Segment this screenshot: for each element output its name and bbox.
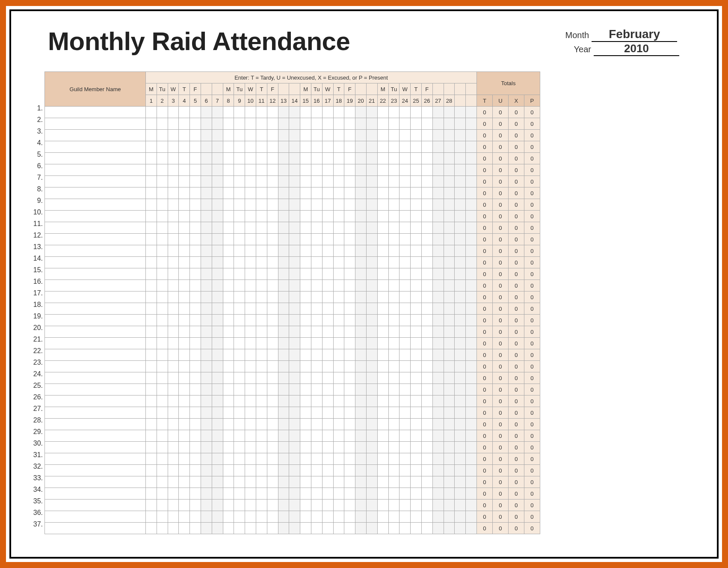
attendance-cell[interactable]: [289, 118, 300, 130]
attendance-cell[interactable]: [157, 268, 168, 280]
attendance-cell[interactable]: [168, 372, 179, 384]
attendance-cell[interactable]: [466, 141, 477, 153]
attendance-cell[interactable]: [411, 511, 422, 523]
attendance-cell[interactable]: [223, 465, 234, 476]
attendance-cell[interactable]: [300, 153, 311, 164]
attendance-cell[interactable]: [234, 245, 245, 257]
attendance-cell[interactable]: [466, 268, 477, 280]
attendance-cell[interactable]: [432, 419, 444, 430]
attendance-cell[interactable]: [377, 291, 388, 303]
attendance-cell[interactable]: [444, 407, 455, 419]
attendance-cell[interactable]: [388, 211, 400, 222]
attendance-cell[interactable]: [355, 268, 367, 280]
attendance-cell[interactable]: [377, 118, 388, 130]
attendance-cell[interactable]: [400, 234, 411, 245]
attendance-cell[interactable]: [411, 176, 422, 187]
attendance-cell[interactable]: [432, 164, 444, 176]
attendance-cell[interactable]: [355, 430, 367, 442]
attendance-cell[interactable]: [333, 303, 344, 315]
attendance-cell[interactable]: [411, 372, 422, 384]
attendance-cell[interactable]: [168, 338, 179, 349]
member-name-cell[interactable]: [45, 349, 146, 361]
attendance-cell[interactable]: [333, 199, 344, 211]
attendance-cell[interactable]: [223, 407, 234, 419]
attendance-cell[interactable]: [234, 176, 245, 187]
attendance-cell[interactable]: [157, 280, 168, 291]
member-name-cell[interactable]: [45, 372, 146, 384]
attendance-cell[interactable]: [245, 130, 256, 141]
attendance-cell[interactable]: [190, 465, 201, 476]
attendance-cell[interactable]: [355, 465, 367, 476]
attendance-cell[interactable]: [168, 303, 179, 315]
attendance-cell[interactable]: [322, 442, 333, 453]
attendance-cell[interactable]: [377, 130, 388, 141]
attendance-cell[interactable]: [421, 407, 432, 419]
attendance-cell[interactable]: [344, 164, 355, 176]
attendance-cell[interactable]: [223, 488, 234, 500]
attendance-cell[interactable]: [146, 500, 157, 511]
attendance-cell[interactable]: [300, 523, 311, 534]
attendance-cell[interactable]: [278, 419, 289, 430]
attendance-cell[interactable]: [157, 118, 168, 130]
attendance-cell[interactable]: [444, 199, 455, 211]
attendance-cell[interactable]: [289, 430, 300, 442]
attendance-cell[interactable]: [455, 199, 466, 211]
attendance-cell[interactable]: [289, 326, 300, 338]
attendance-cell[interactable]: [245, 442, 256, 453]
attendance-cell[interactable]: [256, 245, 267, 257]
attendance-cell[interactable]: [256, 280, 267, 291]
attendance-cell[interactable]: [377, 338, 388, 349]
attendance-cell[interactable]: [421, 291, 432, 303]
attendance-cell[interactable]: [256, 476, 267, 488]
attendance-cell[interactable]: [146, 303, 157, 315]
attendance-cell[interactable]: [366, 326, 377, 338]
attendance-cell[interactable]: [179, 107, 190, 118]
attendance-cell[interactable]: [157, 199, 168, 211]
attendance-cell[interactable]: [245, 326, 256, 338]
attendance-cell[interactable]: [421, 199, 432, 211]
attendance-cell[interactable]: [300, 222, 311, 234]
attendance-cell[interactable]: [146, 222, 157, 234]
attendance-cell[interactable]: [388, 107, 400, 118]
attendance-cell[interactable]: [245, 176, 256, 187]
attendance-cell[interactable]: [444, 291, 455, 303]
attendance-cell[interactable]: [212, 361, 223, 372]
attendance-cell[interactable]: [444, 453, 455, 465]
attendance-cell[interactable]: [256, 419, 267, 430]
member-name-cell[interactable]: [45, 130, 146, 141]
attendance-cell[interactable]: [223, 153, 234, 164]
attendance-cell[interactable]: [278, 384, 289, 396]
attendance-cell[interactable]: [322, 315, 333, 326]
attendance-cell[interactable]: [311, 211, 322, 222]
attendance-cell[interactable]: [377, 476, 388, 488]
attendance-cell[interactable]: [455, 430, 466, 442]
attendance-cell[interactable]: [212, 419, 223, 430]
attendance-cell[interactable]: [179, 222, 190, 234]
attendance-cell[interactable]: [400, 303, 411, 315]
attendance-cell[interactable]: [455, 257, 466, 268]
attendance-cell[interactable]: [333, 442, 344, 453]
attendance-cell[interactable]: [421, 476, 432, 488]
attendance-cell[interactable]: [344, 118, 355, 130]
attendance-cell[interactable]: [377, 164, 388, 176]
attendance-cell[interactable]: [421, 303, 432, 315]
attendance-cell[interactable]: [223, 396, 234, 407]
attendance-cell[interactable]: [421, 107, 432, 118]
attendance-cell[interactable]: [289, 511, 300, 523]
attendance-cell[interactable]: [411, 361, 422, 372]
attendance-cell[interactable]: [278, 199, 289, 211]
attendance-cell[interactable]: [444, 500, 455, 511]
attendance-cell[interactable]: [245, 245, 256, 257]
attendance-cell[interactable]: [411, 523, 422, 534]
member-name-cell[interactable]: [45, 291, 146, 303]
attendance-cell[interactable]: [421, 118, 432, 130]
attendance-cell[interactable]: [366, 372, 377, 384]
attendance-cell[interactable]: [289, 245, 300, 257]
attendance-cell[interactable]: [411, 280, 422, 291]
attendance-cell[interactable]: [311, 245, 322, 257]
attendance-cell[interactable]: [267, 199, 278, 211]
attendance-cell[interactable]: [300, 303, 311, 315]
attendance-cell[interactable]: [432, 268, 444, 280]
attendance-cell[interactable]: [344, 453, 355, 465]
attendance-cell[interactable]: [234, 153, 245, 164]
